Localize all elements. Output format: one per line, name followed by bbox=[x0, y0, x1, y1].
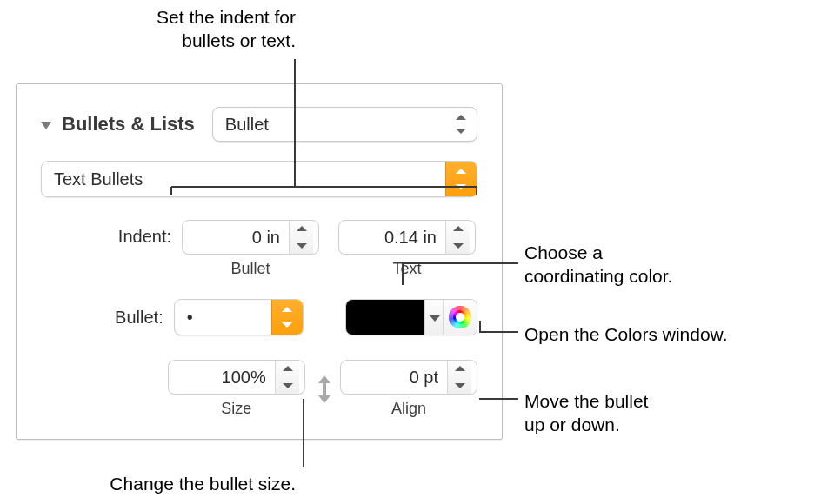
bullet-character-value: • bbox=[187, 308, 193, 328]
size-stepper[interactable]: 100% bbox=[168, 360, 305, 395]
indent-row: Indent: 0 in Bullet 0.14 in Text bbox=[41, 220, 477, 278]
stepper-arrows-icon[interactable] bbox=[447, 361, 471, 394]
text-indent-sublabel: Text bbox=[392, 260, 421, 278]
callout-color-swatch: Choose a coordinating color. bbox=[524, 241, 672, 288]
stepper-arrows-icon[interactable] bbox=[275, 361, 299, 394]
color-wheel-icon bbox=[449, 306, 471, 328]
bullets-lists-panel: Bullets & Lists Bullet Text Bullets Inde… bbox=[16, 83, 503, 440]
align-stepper[interactable]: 0 pt bbox=[340, 360, 477, 395]
bullet-indent-sublabel: Bullet bbox=[230, 260, 270, 278]
color-dropdown-icon[interactable] bbox=[424, 300, 443, 335]
section-title: Bullets & Lists bbox=[62, 113, 195, 136]
callout-align: Move the bullet up or down. bbox=[524, 389, 648, 437]
text-indent-value: 0.14 in bbox=[339, 228, 445, 248]
popup-arrows-icon bbox=[271, 300, 303, 335]
callout-color-wheel: Open the Colors window. bbox=[524, 322, 727, 346]
stepper-arrows-icon[interactable] bbox=[445, 221, 470, 254]
bullet-indent-stepper[interactable]: 0 in bbox=[182, 220, 319, 255]
section-header-row: Bullets & Lists Bullet bbox=[41, 107, 477, 142]
bullet-type-popup[interactable]: Text Bullets bbox=[41, 161, 477, 197]
color-swatch[interactable] bbox=[346, 300, 424, 335]
size-sublabel: Size bbox=[221, 400, 251, 418]
color-wheel-button[interactable] bbox=[443, 300, 477, 335]
disclosure-triangle-icon[interactable] bbox=[41, 122, 51, 129]
size-align-row: 100% Size 0 pt Align bbox=[41, 360, 477, 418]
popup-arrows-icon bbox=[445, 162, 477, 196]
callout-size: Change the bullet size. bbox=[35, 472, 296, 495]
bullet-indent-value: 0 in bbox=[183, 228, 289, 248]
bullet-row: Bullet: • bbox=[41, 299, 477, 335]
stepper-arrows-icon[interactable] bbox=[289, 221, 313, 254]
vertical-double-arrow-icon bbox=[314, 372, 331, 407]
bullet-character-popup[interactable]: • bbox=[174, 299, 304, 335]
align-sublabel: Align bbox=[391, 400, 426, 418]
size-value: 100% bbox=[169, 368, 275, 388]
bullet-color-control bbox=[345, 299, 477, 335]
callout-indent: Set the indent for bullets or text. bbox=[96, 5, 296, 53]
chevron-updown-icon bbox=[454, 114, 468, 135]
list-style-value: Bullet bbox=[225, 115, 269, 135]
bullet-label: Bullet: bbox=[41, 308, 174, 328]
bullet-type-value: Text Bullets bbox=[54, 169, 143, 189]
list-style-popup[interactable]: Bullet bbox=[212, 107, 477, 142]
align-value: 0 pt bbox=[341, 368, 447, 388]
text-indent-stepper[interactable]: 0.14 in bbox=[338, 220, 476, 255]
indent-label: Indent: bbox=[41, 220, 182, 247]
